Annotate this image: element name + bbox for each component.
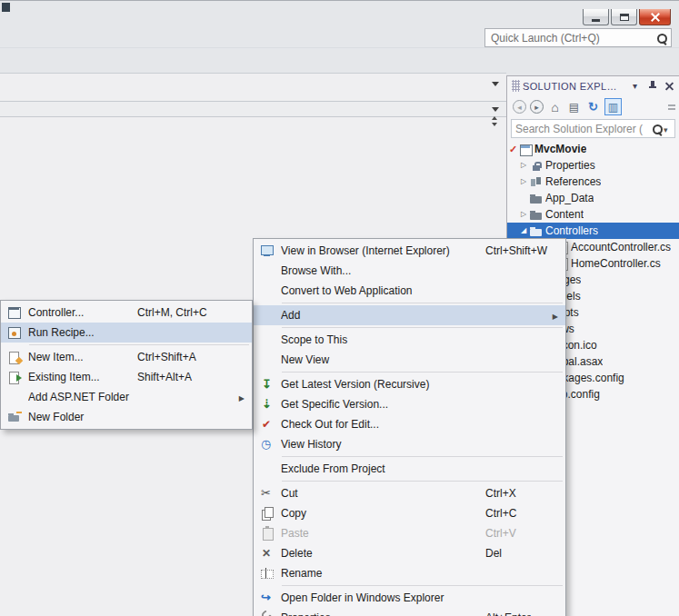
- chevron-right-icon[interactable]: [518, 157, 529, 174]
- menu-item-label: Rename: [281, 567, 558, 580]
- menu-item-new-view[interactable]: New View: [254, 350, 565, 370]
- menu-item-get-specific-version[interactable]: Get Specific Version...: [254, 394, 565, 414]
- open-folder-arrow-icon: [260, 591, 275, 605]
- menu-item-view-history[interactable]: View History: [254, 434, 565, 454]
- wrench-icon: [260, 611, 275, 616]
- submenu-item-run-recipe[interactable]: Run Recipe...: [1, 323, 252, 343]
- add-submenu: Controller... Ctrl+M, Ctrl+C Run Recipe.…: [0, 300, 253, 430]
- close-icon: [650, 12, 661, 23]
- minimize-button[interactable]: [583, 9, 609, 25]
- project-icon: [518, 142, 533, 156]
- close-button[interactable]: [639, 9, 671, 25]
- show-all-files-icon[interactable]: [566, 99, 582, 114]
- menu-separator: [282, 372, 563, 373]
- menu-item-convert-to-web-application[interactable]: Convert to Web Application: [254, 281, 565, 301]
- menu-shortcut: Alt+Enter: [485, 611, 558, 616]
- tree-item-label: App_Data: [545, 190, 594, 206]
- browser-icon: [260, 243, 275, 258]
- submenu-arrow-icon: [234, 391, 245, 403]
- properties-lock-icon: [529, 158, 544, 173]
- pin-icon[interactable]: [648, 80, 656, 93]
- vs-window: Quick Launch (Ctrl+Q) SOLUTION EXPLORER …: [0, 0, 679, 616]
- menu-separator: [282, 327, 563, 328]
- menu-item-paste-disabled: Paste Ctrl+V: [254, 523, 565, 543]
- menu-item-label: Properties: [281, 611, 485, 616]
- folder-icon: [529, 191, 544, 205]
- home-icon[interactable]: [547, 99, 563, 114]
- menu-item-label: View History: [281, 438, 558, 451]
- open-folder-icon: [529, 224, 544, 238]
- menu-item-label: New Folder: [28, 411, 245, 423]
- menu-item-browse-with[interactable]: Browse With...: [254, 261, 565, 281]
- search-placeholder: Search Solution Explorer (: [515, 123, 651, 135]
- menu-item-cut[interactable]: Cut Ctrl+X: [254, 483, 565, 503]
- menu-item-properties[interactable]: Properties Alt+Enter: [254, 608, 565, 616]
- submenu-item-existing-item[interactable]: Existing Item... Shift+Alt+A: [1, 367, 252, 387]
- window-position-icon[interactable]: [629, 80, 640, 93]
- menu-item-label: Paste: [281, 527, 485, 540]
- sync-active-document-icon[interactable]: [604, 98, 622, 115]
- controller-window-icon: [7, 305, 22, 320]
- menu-item-label: Get Specific Version...: [281, 398, 558, 411]
- maximize-button[interactable]: [611, 9, 637, 25]
- menu-item-exclude-from-project[interactable]: Exclude From Project: [254, 459, 565, 479]
- menu-item-rename[interactable]: Rename: [254, 563, 565, 583]
- submenu-item-new-item[interactable]: New Item... Ctrl+Shift+A: [1, 347, 252, 367]
- overflow-icon[interactable]: [668, 104, 676, 111]
- close-panel-icon[interactable]: [664, 81, 674, 91]
- tree-item-properties[interactable]: Properties: [507, 157, 679, 174]
- submenu-item-controller[interactable]: Controller... Ctrl+M, Ctrl+C: [1, 303, 252, 323]
- solution-search-box[interactable]: Search Solution Explorer (: [511, 119, 675, 138]
- menu-item-copy[interactable]: Copy Ctrl+C: [254, 503, 565, 523]
- menu-item-view-in-browser[interactable]: View in Browser (Internet Explorer) Ctrl…: [254, 241, 565, 261]
- toolbar-overflow-icon[interactable]: [492, 82, 499, 86]
- menu-item-label: Cut: [281, 487, 485, 500]
- tree-item-label: Properties: [545, 157, 595, 174]
- menu-shortcut: Ctrl+X: [485, 487, 558, 500]
- tree-item-mvcmovie[interactable]: MvcMovie: [507, 141, 679, 157]
- quick-launch-placeholder: Quick Launch (Ctrl+Q): [491, 32, 600, 45]
- menu-item-check-out-for-edit[interactable]: Check Out for Edit...: [254, 414, 565, 434]
- grip-dots-icon: [512, 80, 520, 92]
- menu-item-label: Convert to Web Application: [281, 284, 558, 297]
- solution-explorer-titlebar[interactable]: SOLUTION EXPLORER: [507, 76, 679, 95]
- menu-separator: [29, 344, 249, 345]
- menu-separator: [282, 481, 563, 482]
- chevron-right-icon[interactable]: [518, 206, 529, 223]
- menu-shortcut: Ctrl+Shift+W: [485, 244, 558, 257]
- menu-item-scope-to-this[interactable]: Scope to This: [254, 330, 565, 350]
- scissors-icon: [260, 486, 275, 501]
- refresh-icon[interactable]: [585, 99, 601, 114]
- menu-item-label: Existing Item...: [28, 371, 137, 383]
- forward-icon[interactable]: [530, 100, 544, 114]
- chevron-expanded-icon[interactable]: [518, 223, 529, 239]
- menu-item-label: Delete: [281, 547, 485, 560]
- menu-shortcut: Del: [485, 547, 558, 560]
- panel-title: SOLUTION EXPLORER: [523, 81, 624, 92]
- collapsed-tab-strip: [0, 101, 506, 117]
- search-icon: [653, 124, 661, 133]
- menu-item-label: Exclude From Project: [281, 462, 558, 475]
- submenu-item-new-folder[interactable]: New Folder: [1, 407, 252, 427]
- menu-item-label: Scope to This: [281, 333, 558, 346]
- toolbar-overflow-icon[interactable]: [492, 107, 499, 112]
- back-icon[interactable]: [513, 100, 526, 114]
- menu-item-get-latest-version[interactable]: Get Latest Version (Recursive): [254, 374, 565, 394]
- tree-item-label: References: [545, 174, 601, 190]
- menu-item-open-folder-in-windows-explorer[interactable]: Open Folder in Windows Explorer: [254, 588, 565, 608]
- tree-item-controllers-selected[interactable]: Controllers: [507, 223, 679, 239]
- submenu-item-add-aspnet-folder[interactable]: Add ASP.NET Folder: [1, 387, 252, 407]
- menu-item-delete[interactable]: Delete Del: [254, 543, 565, 563]
- tree-item-content[interactable]: Content: [507, 206, 679, 223]
- window-icon: [2, 3, 10, 12]
- restore-icon: [620, 14, 629, 21]
- check-out-icon: [260, 417, 275, 432]
- menu-separator: [282, 303, 563, 303]
- chevron-right-icon[interactable]: [518, 174, 529, 190]
- tree-item-app-data[interactable]: App_Data: [507, 190, 679, 206]
- splitter-icon[interactable]: [491, 116, 499, 126]
- menu-item-add[interactable]: Add: [254, 305, 565, 325]
- chevron-down-icon: [664, 123, 671, 135]
- tree-item-references[interactable]: References: [507, 174, 679, 190]
- quick-launch[interactable]: Quick Launch (Ctrl+Q): [484, 28, 672, 47]
